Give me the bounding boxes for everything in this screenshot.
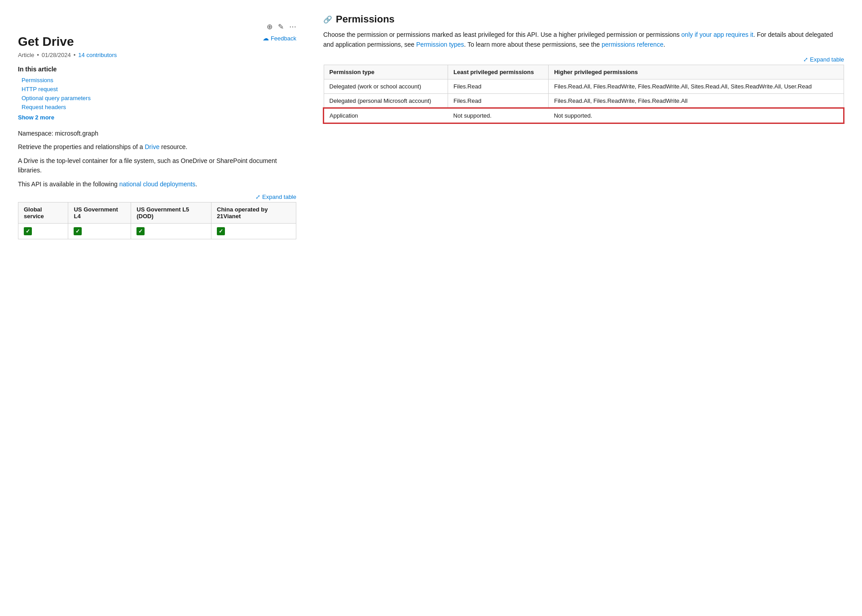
para3: This API is available in the following n… [18, 180, 296, 189]
higher-privileged-cell: Not supported. [549, 108, 844, 123]
more-icon[interactable]: ⋯ [289, 22, 296, 31]
permission-type-cell: Delegated (work or school account) [324, 79, 448, 93]
expand-cloud-table-icon: ⤢ [255, 194, 260, 200]
article-type: Article [18, 52, 34, 58]
col-global-service: Global service [18, 202, 68, 224]
toc-title: In this article [18, 66, 296, 73]
only-if-link[interactable]: only if your app requires it [682, 31, 753, 38]
toc-list: Permissions HTTP request Optional query … [18, 76, 296, 110]
article-meta: Article • 01/28/2024 • 14 contributors [18, 52, 117, 58]
national-cloud-link[interactable]: national cloud deployments [119, 180, 196, 188]
check-icon [24, 227, 32, 235]
global-service-check [18, 224, 68, 239]
permissions-title: Permissions [336, 13, 395, 25]
permission-type-cell: Application [324, 108, 448, 123]
col-permission-type: Permission type [324, 65, 448, 79]
table-row: Delegated (work or school account) Files… [324, 79, 844, 93]
col-least-privileged: Least privileged permissions [448, 65, 549, 79]
check-icon [136, 227, 145, 235]
check-icon [74, 227, 82, 235]
toc-item-http-request[interactable]: HTTP request [22, 85, 296, 92]
china-check [211, 224, 296, 239]
drive-link[interactable]: Drive [145, 143, 160, 150]
feedback-button[interactable]: ☁ Feedback [263, 35, 296, 42]
toc-item-optional-query[interactable]: Optional query parameters [22, 94, 296, 101]
edit-icon[interactable]: ✎ [278, 22, 284, 31]
permission-type-cell: Delegated (personal Microsoft account) [324, 93, 448, 108]
expand-cloud-table-button[interactable]: ⤢ Expand table [255, 194, 296, 200]
permissions-section-header: 🔗 Permissions [323, 13, 844, 25]
perms-header-row: Permission type Least privileged permiss… [324, 65, 844, 79]
toc-item-request-headers[interactable]: Request headers [22, 103, 296, 110]
least-privileged-cell: Files.Read [448, 93, 549, 108]
table-row: Delegated (personal Microsoft account) F… [324, 93, 844, 108]
para1: Retrieve the properties and relationship… [18, 142, 296, 152]
namespace-text: Namespace: microsoft.graph [18, 130, 296, 137]
table-of-contents: In this article Permissions HTTP request… [18, 66, 296, 121]
link-icon: 🔗 [323, 15, 332, 24]
expand-perms-icon: ⤢ [803, 56, 808, 63]
col-china: China operated by 21Vianet [211, 202, 296, 224]
toc-item-permissions[interactable]: Permissions [22, 76, 296, 84]
para2: A Drive is the top-level container for a… [18, 156, 296, 175]
contributors-link[interactable]: 14 contributors [78, 52, 117, 58]
feedback-icon: ☁ [263, 35, 269, 42]
show-more-button[interactable]: Show 2 more [18, 114, 54, 121]
highlighted-table-row: Application Not supported. Not supported… [324, 108, 844, 123]
least-privileged-cell: Not supported. [448, 108, 549, 123]
permissions-description: Choose the permission or permissions mar… [323, 30, 844, 50]
zoom-icon[interactable]: ⊕ [267, 22, 273, 31]
col-higher-privileged: Higher privileged permissions [549, 65, 844, 79]
permissions-reference-link[interactable]: permissions reference [602, 41, 664, 48]
page-title: Get Drive [18, 35, 117, 49]
higher-privileged-cell: Files.Read.All, Files.ReadWrite, Files.R… [549, 79, 844, 93]
permission-types-link[interactable]: Permission types [416, 41, 464, 48]
expand-perms-table-button[interactable]: ⤢ Expand table [803, 56, 844, 63]
article-date: 01/28/2024 [42, 52, 71, 58]
check-icon [217, 227, 225, 235]
table-row [18, 224, 296, 239]
us-gov-l4-check [68, 224, 131, 239]
least-privileged-cell: Files.Read [448, 79, 549, 93]
col-us-gov-l5: US Government L5 (DOD) [131, 202, 211, 224]
us-gov-l5-check [131, 224, 211, 239]
col-us-gov-l4: US Government L4 [68, 202, 131, 224]
permissions-table: Permission type Least privileged permiss… [323, 65, 844, 123]
cloud-deployment-table: Global service US Government L4 US Gover… [18, 202, 296, 239]
higher-privileged-cell: Files.Read.All, Files.ReadWrite, Files.R… [549, 93, 844, 108]
